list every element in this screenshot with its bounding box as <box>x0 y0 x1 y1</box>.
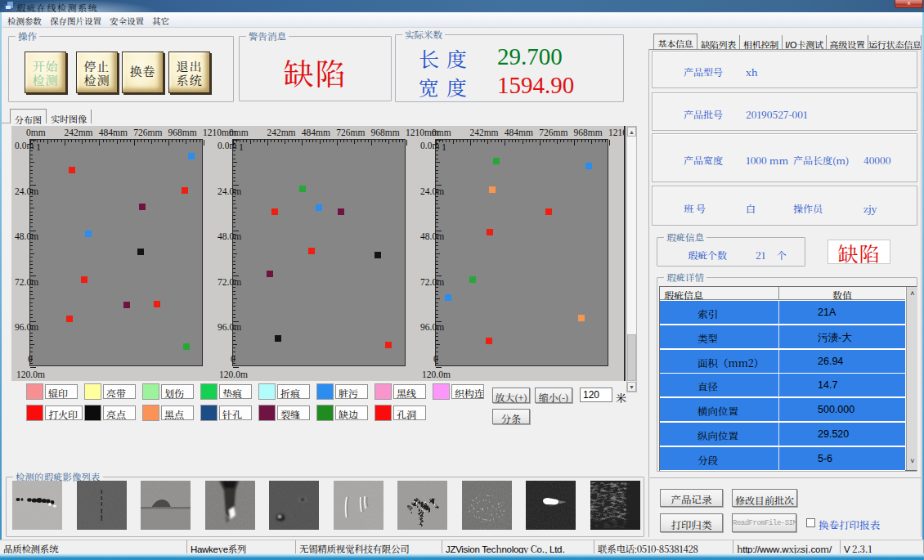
defect-marker[interactable] <box>154 301 160 307</box>
detail-scroll-up-icon[interactable]: ˄ <box>907 289 918 299</box>
x-tick <box>347 140 348 142</box>
y-tick <box>436 298 440 299</box>
menu-item-4[interactable]: 其它 <box>152 15 169 27</box>
defect-marker[interactable] <box>375 252 381 258</box>
right-tab-1[interactable]: 基本信息 <box>653 34 697 49</box>
modify-batch-button[interactable]: 修改目前批次 <box>732 489 797 507</box>
detail-row-4[interactable]: 直径14.7 <box>660 374 905 397</box>
close-button[interactable]: x <box>895 0 923 8</box>
defect-thumbnail-dark-spots[interactable] <box>269 481 319 530</box>
defect-thumbnail-white-creases[interactable] <box>334 481 384 530</box>
title-bar: 瑕疵在线检测系统 x <box>0 0 924 12</box>
chart-scrollbar[interactable]: ▲▼ <box>626 126 637 392</box>
defect-marker[interactable] <box>299 186 306 192</box>
x-tick <box>595 140 596 142</box>
y-tick <box>30 170 33 171</box>
y-tick <box>436 268 438 269</box>
view-tab-2[interactable]: 实时图像 <box>47 110 92 123</box>
chart-scroll-up-icon[interactable]: ▲ <box>627 127 636 137</box>
menu-item-3[interactable]: 安全设置 <box>110 15 144 27</box>
defect-thumbnail-ink-splat[interactable] <box>397 481 447 530</box>
y-tick <box>436 302 438 303</box>
defect-marker[interactable] <box>137 249 144 255</box>
split-button[interactable]: 分条 <box>492 409 530 424</box>
defect-marker[interactable] <box>139 204 146 210</box>
defect-marker[interactable] <box>183 343 190 350</box>
right-tab-5[interactable]: 高级设置 <box>827 35 868 49</box>
zoom-out-button[interactable]: 缩小(-) <box>535 388 572 403</box>
defect-thumbnail-vertical-line[interactable] <box>77 481 127 530</box>
right-tab-6[interactable]: 运行状态信息 <box>868 35 922 49</box>
legend-label: 折痕 <box>277 384 310 399</box>
start-detect-button[interactable]: 开始检测 <box>25 52 66 93</box>
defect-marker[interactable] <box>489 186 496 193</box>
defect-marker[interactable] <box>123 302 130 308</box>
defect-thumbnail-speckle-patch[interactable] <box>462 481 512 530</box>
zoom-in-button[interactable]: 放大(+) <box>492 388 530 403</box>
detail-row-3[interactable]: 面积（mm2）26.94 <box>660 350 905 374</box>
detail-row-2[interactable]: 类型污渍-大 <box>660 325 905 349</box>
defect-marker[interactable] <box>275 335 281 342</box>
y-axis-label: 48.0m <box>218 231 241 241</box>
x-tick <box>117 140 118 144</box>
product-record-button[interactable]: 产品记录 <box>660 489 723 507</box>
x-tick <box>271 140 271 142</box>
change-roll-button[interactable]: 换卷 <box>122 52 164 93</box>
defect-thumbnail-roll-mark-smear[interactable] <box>12 481 62 530</box>
x-tick <box>477 140 478 142</box>
x-tick <box>357 140 358 142</box>
defect-marker[interactable] <box>545 208 552 215</box>
defect-marker[interactable] <box>316 204 322 211</box>
defect-marker[interactable] <box>578 315 585 321</box>
y-tick <box>30 340 33 341</box>
defect-marker[interactable] <box>338 208 344 215</box>
defect-marker[interactable] <box>445 294 451 301</box>
menu-item-2[interactable]: 保存图片设置 <box>50 15 101 27</box>
defect-marker[interactable] <box>385 342 392 348</box>
view-tab-1[interactable]: 分布图 <box>10 109 47 123</box>
chart-scroll-down-icon[interactable]: ▼ <box>627 382 636 392</box>
detail-row-6[interactable]: 纵向位置29.520 <box>660 423 905 446</box>
right-tab-4[interactable]: I/O卡测试 <box>783 35 827 49</box>
defect-info-group: 瑕疵信息 瑕疵个数 21 个 <box>657 237 805 267</box>
x-tick <box>399 140 400 142</box>
defect-thumbnail-dark-streak[interactable] <box>205 481 255 530</box>
defect-marker[interactable] <box>69 167 75 173</box>
defect-thumbnail-bright-capsule[interactable] <box>526 481 576 530</box>
detail-row-5[interactable]: 横向位置500.000 <box>660 398 905 422</box>
defect-marker[interactable] <box>271 208 278 215</box>
right-tab-3[interactable]: 相机控制 <box>740 35 783 49</box>
menu-item-1[interactable]: 检测参数 <box>7 15 42 27</box>
detail-scroll-down-icon[interactable]: ˅ <box>907 456 918 467</box>
y-tick <box>436 317 438 318</box>
defect-marker[interactable] <box>585 163 592 169</box>
defect-thumbnail-dark-bump[interactable] <box>141 481 191 530</box>
defect-marker[interactable] <box>85 231 92 237</box>
defect-marker[interactable] <box>182 187 188 194</box>
defect-marker[interactable] <box>66 316 73 322</box>
read-from-file-button[interactable]: ReadFromFile-SIM <box>732 513 796 532</box>
x-axis-label: 968mm <box>371 128 400 137</box>
x-tick <box>505 140 505 146</box>
defect-marker[interactable] <box>487 229 493 235</box>
right-tab-2[interactable]: 缺陷列表 <box>697 35 740 49</box>
exit-system-button[interactable]: 退出系统 <box>168 52 210 93</box>
defect-marker[interactable] <box>267 271 273 277</box>
detail-row-7[interactable]: 分段5-6 <box>660 447 905 471</box>
defect-thumbnail-woven-texture[interactable] <box>590 481 640 530</box>
defect-marker[interactable] <box>469 276 476 283</box>
defect-marker[interactable] <box>81 276 87 283</box>
defect-marker[interactable] <box>308 248 315 254</box>
detail-table-scrollbar[interactable]: ˄ ˅ <box>906 287 917 470</box>
stop-detect-button[interactable]: 停止检测 <box>76 52 118 93</box>
defect-distribution-chart: 0mm242mm484mm726mm968mm1210mm0.0m24.0m48… <box>11 126 626 381</box>
defect-marker[interactable] <box>188 153 195 159</box>
detail-row-1[interactable]: 索引21A <box>660 301 905 325</box>
window-bottom-border <box>0 553 924 560</box>
print-classify-button[interactable]: 打印归类 <box>660 513 723 532</box>
print-report-checkbox[interactable] <box>806 518 815 527</box>
defect-marker[interactable] <box>486 338 492 344</box>
length-input[interactable]: 120 <box>580 388 612 402</box>
chart-scroll-thumb[interactable] <box>627 334 636 381</box>
defect-marker[interactable] <box>493 158 500 164</box>
